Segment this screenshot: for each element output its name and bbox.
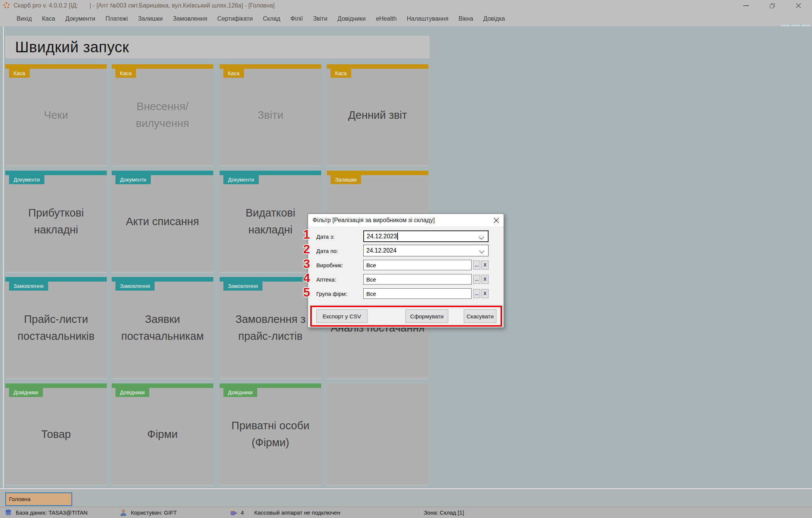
manufacturer-browse-button[interactable]: ... (473, 261, 480, 270)
firm-group-clear-button[interactable]: X (481, 289, 489, 298)
menu-dovidnyky[interactable]: Довідники (337, 15, 366, 22)
tile-label: Фірми (112, 383, 213, 485)
dialog-titlebar: Фільтр [Реалізація за виробником зі скла… (308, 214, 504, 226)
manufacturer-value: Все (366, 260, 376, 270)
tile-empty-slot (327, 383, 428, 485)
annotation-number-1: 1 (303, 227, 310, 242)
date-to-combobox[interactable]: 24.12.2024 (363, 245, 489, 256)
tile-label: Товар (5, 383, 107, 485)
tile-cheky[interactable]: Каса Чеки (5, 64, 107, 166)
menu-items: Вихід Каса Документи Платежі Залишки Зам… (17, 11, 505, 26)
status-separator (115, 508, 115, 517)
window-title: Скарб pro v. 4.0.0.2 [ІД: | - [Апт №003 … (14, 0, 275, 11)
menu-vikna[interactable]: Вікна (458, 15, 473, 22)
menu-ehealth[interactable]: eHealth (376, 15, 396, 22)
plug-icon (229, 509, 238, 516)
firm-group-browse-button[interactable]: ... (473, 289, 480, 298)
status-separator (420, 508, 420, 517)
date-from-label: Дата з: (316, 233, 334, 240)
menu-kasa[interactable]: Каса (42, 15, 55, 22)
tile-price-lists-postachalnykiv[interactable]: Замовлення Прайс-листи постачальників (5, 277, 107, 379)
dialog-title: Фільтр [Реалізація за виробником зі скла… (313, 214, 435, 226)
status-cash-register: Кассовый аппарат не подключен (254, 507, 340, 518)
menu-filii[interactable]: Філії (290, 15, 303, 22)
close-icon (796, 3, 801, 8)
status-device-count: 4 (241, 507, 244, 518)
database-icon (5, 509, 12, 516)
restore-icon (770, 3, 775, 8)
manufacturer-clear-button[interactable]: X (481, 261, 489, 270)
date-from-combobox[interactable]: 24.12.2023 (363, 230, 489, 242)
status-user: Користувач: GIFT (131, 507, 177, 518)
menu-bar: Вихід Каса Документи Платежі Залишки Зам… (0, 11, 812, 26)
tile-tovar[interactable]: Довідники Товар (5, 383, 107, 485)
date-to-value: 24.12.2024 (366, 245, 396, 256)
menu-dovidka[interactable]: Довідка (483, 15, 505, 22)
status-database: База даних: TASA3@TITAN (16, 507, 88, 518)
annotation-number-4: 4 (303, 271, 310, 285)
window-close-button[interactable] (793, 1, 804, 11)
menu-sertyfikaty[interactable]: Сертифікати (217, 15, 253, 22)
pharmacy-browse-button[interactable]: ... (473, 275, 480, 284)
firm-group-label: Група фірм: (316, 291, 347, 297)
tile-label: Прибуткові накладні (5, 171, 107, 272)
status-separator (249, 508, 249, 517)
export-csv-button[interactable]: Експорт у CSV (316, 309, 367, 323)
manufacturer-label: Виробник: (316, 262, 343, 268)
mdi-left-border (3, 26, 4, 489)
chevron-down-icon[interactable] (479, 248, 484, 253)
cancel-button[interactable]: Скасувати (464, 309, 496, 323)
tile-label: Чеки (5, 64, 107, 166)
annotation-number-3: 3 (303, 257, 310, 271)
window-titlebar: Скарб pro v. 4.0.0.2 [ІД: | - [Апт №003 … (0, 0, 812, 11)
filter-dialog: Фільтр [Реалізація за виробником зі скла… (308, 214, 504, 328)
annotation-number-2: 2 (303, 242, 310, 256)
menu-sklad[interactable]: Склад (263, 15, 280, 22)
tile-akty-spysannia[interactable]: Документи Акти списання (112, 171, 213, 272)
date-to-label: Дата по: (316, 248, 338, 254)
menu-nalashtuvannia[interactable]: Налаштування (407, 15, 449, 22)
menu-dokumenty[interactable]: Документи (65, 15, 96, 22)
tile-prybutkovi-nakladni[interactable]: Документи Прибуткові накладні (5, 171, 107, 272)
pharmacy-field[interactable]: Все (363, 274, 472, 285)
minimize-icon (743, 5, 749, 6)
chevron-down-icon[interactable] (479, 234, 484, 239)
bottom-tab-strip (0, 489, 812, 507)
tile-label: Приватні особи (Фірми) (220, 383, 321, 485)
status-bar: База даних: TASA3@TITAN Користувач: GIFT… (0, 507, 812, 518)
page-title: Швидкий запуск (5, 39, 129, 56)
tile-zaiavky-postachalnykam[interactable]: Замовлення Заявки постачальникам (112, 277, 213, 379)
tile-zvity[interactable]: Каса Звіти (220, 64, 321, 166)
manufacturer-field[interactable]: Все (363, 260, 472, 270)
text-caret (397, 233, 398, 240)
tile-dennyi-zvit[interactable]: Каса Денний звіт (327, 64, 428, 166)
menu-zvity[interactable]: Звіти (313, 15, 327, 22)
window-restore-button[interactable] (766, 1, 778, 11)
user-icon (120, 509, 127, 516)
pharmacy-value: Все (366, 274, 376, 284)
tile-pryvatni-osoby-firmy[interactable]: Довідники Приватні особи (Фірми) (220, 383, 321, 485)
pharmacy-clear-button[interactable]: X (481, 275, 489, 284)
firm-group-value: Все (366, 289, 376, 298)
firm-group-field[interactable]: Все (363, 288, 472, 299)
tab-holovna[interactable]: Головна (5, 492, 72, 506)
tile-label: Акти списання (112, 171, 213, 272)
menu-zamovlennia[interactable]: Замовлення (173, 15, 207, 22)
quick-launch-header: Швидкий запуск (5, 36, 430, 58)
date-from-value: 24.12.2023 (367, 231, 398, 241)
menu-vykhid[interactable]: Вихід (17, 15, 32, 22)
tile-vnesennia-vyluchennia[interactable]: Каса Внесення/вилучення (112, 64, 213, 166)
close-icon (493, 218, 499, 223)
tile-label: Внесення/вилучення (112, 64, 213, 166)
status-zone: Зона: Склад [1] (424, 507, 464, 518)
menu-platezhi[interactable]: Платежі (106, 15, 128, 22)
pharmacy-label: Аптека: (316, 276, 336, 283)
window-minimize-button[interactable] (740, 1, 751, 11)
menu-zalyshky[interactable]: Залишки (138, 15, 163, 22)
tile-firmy[interactable]: Довідники Фірми (112, 383, 213, 485)
dialog-close-button[interactable] (492, 217, 500, 224)
generate-button[interactable]: Сформувати (405, 309, 448, 323)
tile-label: Заявки постачальникам (112, 277, 213, 379)
app-logo-icon (3, 2, 10, 9)
annotation-number-5: 5 (303, 285, 310, 300)
